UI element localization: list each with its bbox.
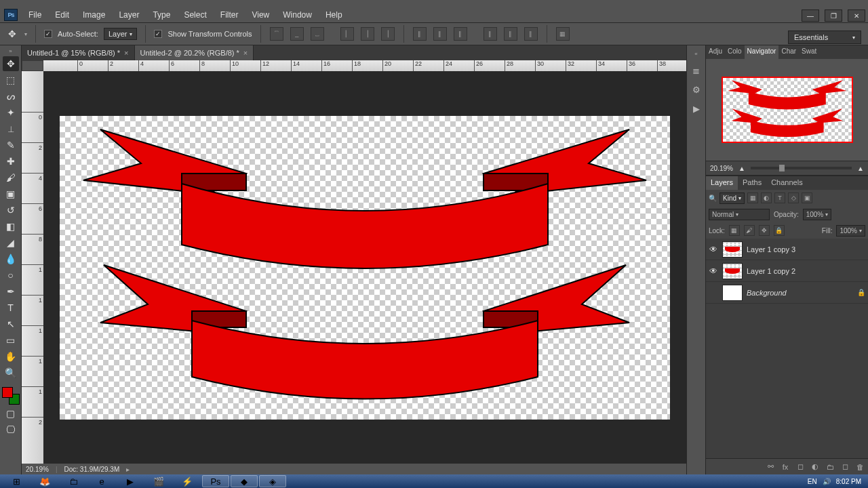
app2-task-icon[interactable]: ◈	[259, 475, 286, 487]
align-left-button[interactable]: ⎢	[340, 27, 354, 41]
crop-tool[interactable]: ⟂	[3, 121, 19, 136]
media-icon[interactable]: ▶	[117, 475, 144, 487]
distribute-right-button[interactable]: ‖	[524, 27, 538, 41]
distribute-vcenter-button[interactable]: ‖	[433, 27, 447, 41]
distribute-left-button[interactable]: ‖	[484, 27, 497, 41]
align-hcenter-button[interactable]: ⎟	[361, 27, 374, 41]
dodge-tool[interactable]: ○	[3, 268, 19, 283]
close-button[interactable]: ✕	[848, 9, 865, 22]
menu-file[interactable]: File	[22, 8, 48, 22]
navigator-preview[interactable]	[706, 59, 868, 161]
tab-navigator[interactable]: Navigator	[745, 45, 779, 59]
doc-tab-2[interactable]: Untitled-2 @ 20.2% (RGB/8) *×	[135, 45, 254, 60]
opacity-field[interactable]: 100%	[803, 209, 832, 220]
language-indicator[interactable]: EN	[808, 478, 817, 485]
hand-tool[interactable]: ✋	[3, 349, 19, 364]
layer-name[interactable]: Layer 1 copy 3	[747, 245, 795, 253]
tab-channels[interactable]: Channels	[766, 176, 807, 190]
layer-thumbnail[interactable]	[722, 285, 743, 301]
canvas-viewport[interactable]	[43, 71, 686, 464]
new-layer-icon[interactable]: ◻	[840, 462, 850, 472]
tray-icon[interactable]: 🔊	[823, 478, 831, 485]
stamp-tool[interactable]: ▣	[3, 186, 19, 201]
align-right-button[interactable]: ⎥	[381, 27, 395, 41]
layer-row[interactable]: Background🔒	[706, 282, 868, 304]
moviemaker-icon[interactable]: 🎬	[145, 475, 172, 487]
align-top-button[interactable]: ⎴	[270, 27, 283, 41]
menu-layer[interactable]: Layer	[112, 8, 146, 22]
auto-select-checkbox[interactable]: ✓	[44, 30, 52, 38]
layer-name[interactable]: Background	[747, 289, 787, 297]
doc-tab-1[interactable]: Untitled-1 @ 15% (RGB/8) *×	[22, 45, 135, 60]
app-task-icon[interactable]: ◆	[231, 475, 258, 487]
path-tool[interactable]: ↖	[3, 317, 19, 331]
pen-tool[interactable]: ✒	[3, 284, 19, 299]
filter-kind-dropdown[interactable]: Kind	[719, 192, 745, 204]
filter-type-icon[interactable]: T	[774, 192, 785, 203]
filter-adjust-icon[interactable]: ◐	[761, 192, 772, 203]
adjustment-layer-icon[interactable]: ◐	[810, 462, 821, 472]
zoom-in-icon[interactable]: ▲	[857, 165, 864, 172]
layer-row[interactable]: 👁Layer 1 copy 2	[706, 260, 868, 282]
close-icon[interactable]: ×	[124, 49, 128, 57]
start-button[interactable]: ⊞	[3, 475, 30, 487]
layer-name[interactable]: Layer 1 copy 2	[747, 267, 795, 275]
history-panel-icon[interactable]: ≣	[690, 64, 703, 77]
minimize-button[interactable]: —	[802, 9, 819, 22]
panel-collapse-icon[interactable]: «	[687, 51, 705, 58]
link-layers-icon[interactable]: ⚯	[765, 462, 776, 472]
vertical-ruler[interactable]: 02468111112	[22, 71, 43, 464]
status-menu-icon[interactable]: ▸	[126, 466, 130, 473]
menu-select[interactable]: Select	[177, 8, 213, 22]
layer-row[interactable]: 👁Layer 1 copy 3	[706, 239, 868, 260]
photoshop-task-icon[interactable]: Ps	[202, 475, 229, 487]
align-vcenter-button[interactable]: ⎯	[290, 27, 304, 41]
show-transform-checkbox[interactable]: ✓	[154, 30, 162, 38]
properties-panel-icon[interactable]: ⚙	[690, 83, 703, 96]
menu-type[interactable]: Type	[146, 8, 177, 22]
distribute-top-button[interactable]: ‖	[413, 27, 427, 41]
close-icon[interactable]: ×	[243, 49, 248, 57]
distribute-bottom-button[interactable]: ‖	[454, 27, 467, 41]
tab-color[interactable]: Colo	[725, 45, 745, 59]
layer-style-icon[interactable]: fx	[780, 462, 791, 472]
wand-tool[interactable]: ✦	[3, 105, 19, 120]
toolbox-collapse-icon[interactable]: »	[0, 48, 21, 55]
move-tool[interactable]: ✥	[3, 56, 19, 71]
zoom-out-icon[interactable]: ▲	[738, 165, 745, 172]
filter-shape-icon[interactable]: ◇	[788, 192, 799, 203]
layer-thumbnail[interactable]	[722, 241, 743, 258]
menu-view[interactable]: View	[245, 8, 276, 22]
nav-zoom-slider[interactable]	[751, 167, 852, 169]
tab-character[interactable]: Char	[778, 45, 799, 59]
quickmask-tool[interactable]: ▢	[3, 406, 19, 421]
healing-tool[interactable]: ✚	[3, 154, 19, 169]
auto-align-button[interactable]: ▦	[556, 27, 570, 41]
eraser-tool[interactable]: ◧	[3, 219, 19, 234]
blur-tool[interactable]: 💧	[3, 251, 19, 266]
filter-pixel-icon[interactable]: ▦	[747, 192, 758, 203]
zoom-level[interactable]: 20.19%	[26, 466, 49, 473]
align-bottom-button[interactable]: ⎵	[311, 27, 324, 41]
filter-smart-icon[interactable]: ▣	[802, 192, 812, 203]
screenmode-tool[interactable]: 🖵	[3, 422, 19, 437]
menu-filter[interactable]: Filter	[214, 8, 245, 22]
ie-icon[interactable]: e	[88, 475, 115, 487]
tab-layers[interactable]: Layers	[706, 176, 738, 190]
firefox-icon[interactable]: 🦊	[31, 475, 58, 487]
explorer-icon[interactable]: 🗀	[60, 475, 87, 487]
layer-thumbnail[interactable]	[722, 263, 743, 279]
actions-panel-icon[interactable]: ▶	[690, 102, 703, 115]
winamp-icon[interactable]: ⚡	[174, 475, 201, 487]
lock-transparency-icon[interactable]: ▦	[729, 225, 740, 236]
menu-window[interactable]: Window	[276, 8, 319, 22]
shape-tool[interactable]: ▭	[3, 333, 19, 348]
menu-edit[interactable]: Edit	[48, 8, 76, 22]
maximize-button[interactable]: ❐	[825, 9, 842, 22]
lock-position-icon[interactable]: ✥	[759, 225, 770, 236]
eyedropper-tool[interactable]: ✎	[3, 138, 19, 152]
marquee-tool[interactable]: ⬚	[3, 73, 19, 87]
history-brush-tool[interactable]: ↺	[3, 203, 19, 218]
visibility-eye-icon[interactable]: 👁	[709, 245, 718, 254]
visibility-eye-icon[interactable]	[709, 288, 718, 298]
